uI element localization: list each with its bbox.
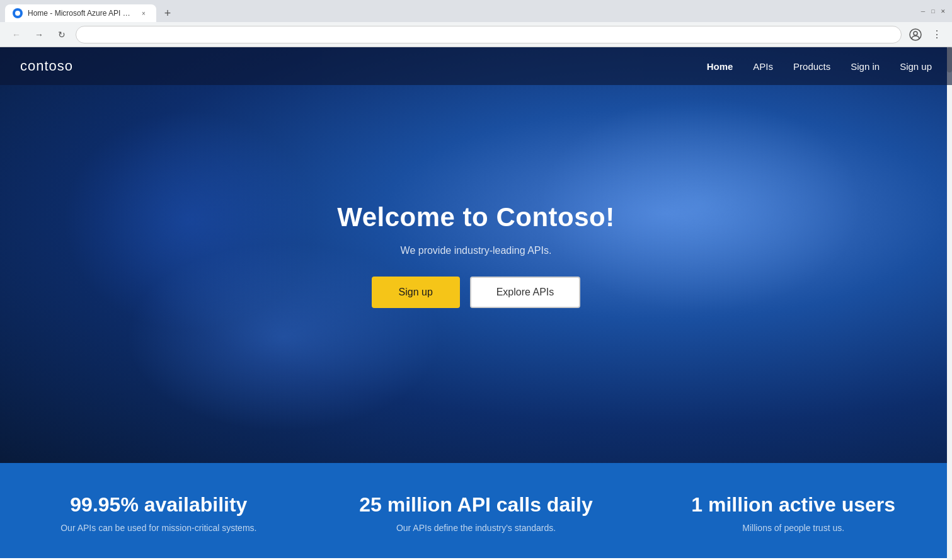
nav-link-signup[interactable]: Sign up bbox=[900, 61, 932, 72]
stat-users: 1 million active users Millions of peopl… bbox=[634, 493, 952, 533]
profile-button[interactable] bbox=[907, 26, 924, 43]
stat-api-calls: 25 million API calls daily Our APIs defi… bbox=[318, 493, 635, 533]
new-tab-button[interactable]: + bbox=[159, 4, 176, 22]
nav-link-products[interactable]: Products bbox=[793, 61, 830, 72]
browser-chrome: Home - Microsoft Azure API Mar... × + ─ … bbox=[0, 0, 952, 47]
window-controls: ─ □ ✕ bbox=[919, 8, 947, 15]
nav-links: Home APIs Products Sign in Sign up bbox=[707, 61, 932, 72]
back-button[interactable]: ← bbox=[8, 26, 25, 43]
browser-tab-active[interactable]: Home - Microsoft Azure API Mar... × bbox=[5, 4, 156, 22]
browser-titlebar: Home - Microsoft Azure API Mar... × + ─ … bbox=[0, 0, 952, 22]
nav-link-apis[interactable]: APIs bbox=[753, 61, 773, 72]
site-logo: contoso bbox=[20, 58, 73, 74]
stat-users-desc: Millions of people trust us. bbox=[634, 523, 952, 533]
svg-point-1 bbox=[914, 31, 917, 35]
minimize-button[interactable]: ─ bbox=[919, 8, 927, 15]
forward-button[interactable]: → bbox=[30, 26, 48, 43]
nav-link-signin[interactable]: Sign in bbox=[851, 61, 880, 72]
menu-button[interactable]: ⋮ bbox=[929, 26, 944, 43]
stat-availability-desc: Our APIs can be used for mission-critica… bbox=[0, 523, 318, 533]
hero-title: Welcome to Contoso! bbox=[337, 202, 614, 232]
stat-api-calls-value: 25 million API calls daily bbox=[318, 493, 635, 517]
hero-content: Welcome to Contoso! We provide industry-… bbox=[337, 202, 614, 308]
stat-users-value: 1 million active users bbox=[634, 493, 952, 517]
hero-section: contoso Home APIs Products Sign in Sign … bbox=[0, 47, 952, 463]
hero-explore-button[interactable]: Explore APIs bbox=[470, 277, 581, 308]
refresh-button[interactable]: ↻ bbox=[53, 26, 71, 43]
tab-title: Home - Microsoft Azure API Mar... bbox=[28, 9, 134, 18]
nav-link-home[interactable]: Home bbox=[707, 61, 733, 72]
tab-favicon-icon bbox=[13, 8, 23, 18]
browser-tabs: Home - Microsoft Azure API Mar... × + bbox=[5, 0, 176, 22]
scrollbar-track[interactable] bbox=[947, 47, 952, 560]
tab-close-button[interactable]: × bbox=[139, 8, 149, 18]
address-bar[interactable] bbox=[76, 26, 902, 43]
browser-toolbar: ← → ↻ ⋮ bbox=[0, 22, 952, 47]
website-content: contoso Home APIs Products Sign in Sign … bbox=[0, 47, 952, 558]
site-navigation: contoso Home APIs Products Sign in Sign … bbox=[0, 47, 952, 85]
close-button[interactable]: ✕ bbox=[939, 8, 947, 15]
hero-subtitle: We provide industry-leading APIs. bbox=[401, 245, 552, 256]
hero-signup-button[interactable]: Sign up bbox=[372, 277, 460, 308]
hero-buttons: Sign up Explore APIs bbox=[372, 277, 581, 308]
stat-api-calls-desc: Our APIs define the industry's standards… bbox=[318, 523, 635, 533]
restore-button[interactable]: □ bbox=[929, 8, 937, 15]
stat-availability: 99.95% availability Our APIs can be used… bbox=[0, 493, 318, 533]
stats-section: 99.95% availability Our APIs can be used… bbox=[0, 463, 952, 558]
stat-availability-value: 99.95% availability bbox=[0, 493, 318, 517]
